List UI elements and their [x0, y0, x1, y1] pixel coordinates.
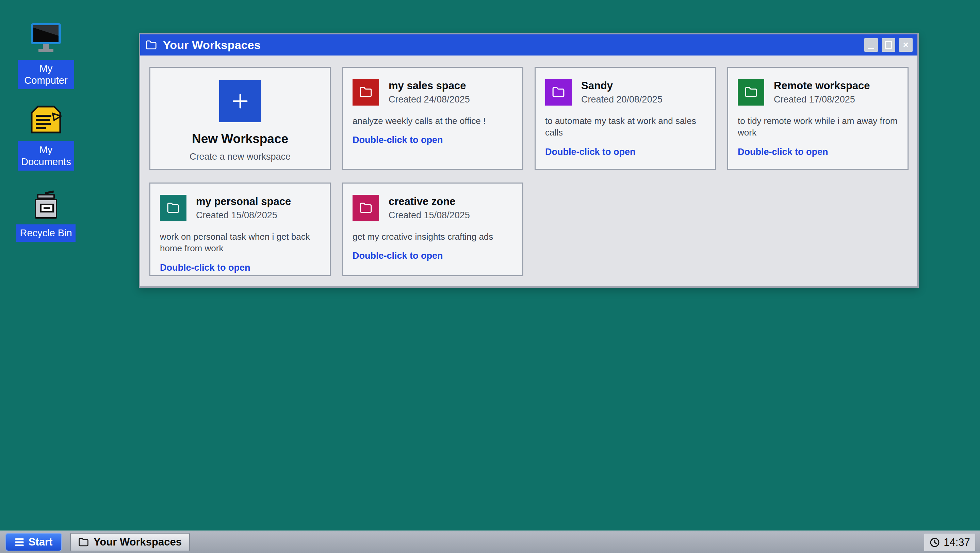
- folder-tile: [160, 195, 186, 222]
- window-titlebar[interactable]: Your Workspaces ×: [140, 34, 917, 56]
- folder-tile: [545, 79, 572, 105]
- workspace-created: Created 24/08/2025: [388, 94, 470, 105]
- monitor-icon: [31, 23, 61, 53]
- new-workspace-subtitle: Create a new workspace: [189, 151, 291, 162]
- card-header: Sandy Created 20/08/2025: [545, 79, 710, 105]
- desktop: My Computer My Documents Recycle Bin: [0, 0, 980, 553]
- workspace-card-creative-zone[interactable]: creative zone Created 15/08/2025 get my …: [342, 183, 523, 276]
- monitor-gloss: [33, 25, 59, 42]
- taskbar-task-your-workspaces[interactable]: Your Workspaces: [70, 533, 190, 551]
- desktop-icon-my-documents[interactable]: My Documents: [21, 105, 71, 171]
- workspace-created: Created 17/08/2025: [774, 94, 870, 105]
- folder-icon: [146, 40, 157, 51]
- close-button[interactable]: ×: [899, 38, 913, 52]
- card-header: Remote workspace Created 17/08/2025: [738, 79, 902, 105]
- plus-tile: [219, 80, 261, 122]
- recycle-bin-icon: [34, 191, 58, 220]
- workspace-name: creative zone: [388, 196, 470, 208]
- card-header-text: my sales space Created 24/08/2025: [388, 80, 470, 105]
- close-icon: ×: [903, 40, 908, 50]
- workspace-name: my sales space: [388, 80, 470, 92]
- start-button-label: Start: [29, 536, 53, 548]
- folder-icon: [78, 537, 89, 548]
- workspace-grid: New Workspace Create a new workspace my …: [150, 67, 908, 276]
- desktop-icon-label: My Computer: [18, 60, 74, 89]
- card-header-text: my personal space Created 15/08/2025: [196, 196, 291, 221]
- workspace-card-remote-workspace[interactable]: Remote workspace Created 17/08/2025 to t…: [727, 67, 908, 170]
- open-workspace-link[interactable]: Double-click to open: [353, 135, 517, 145]
- menu-icon: [15, 539, 24, 546]
- open-workspace-link[interactable]: Double-click to open: [738, 147, 902, 157]
- taskbar: Start Your Workspaces 14:37: [0, 531, 980, 553]
- workspace-card-my-personal-space[interactable]: my personal space Created 15/08/2025 wor…: [150, 183, 331, 276]
- start-button[interactable]: Start: [5, 533, 62, 551]
- monitor-frame: [31, 23, 61, 44]
- workspaces-window: Your Workspaces × New Workspace Create a: [139, 33, 919, 288]
- window-body: New Workspace Create a new workspace my …: [140, 56, 917, 276]
- bin-line: [43, 207, 50, 209]
- card-header-text: creative zone Created 15/08/2025: [388, 196, 470, 221]
- bin-lid: [37, 194, 55, 199]
- workspace-name: my personal space: [196, 196, 291, 208]
- bin-body: [35, 199, 57, 218]
- minimize-button[interactable]: [864, 38, 878, 52]
- folder-tile: [738, 79, 764, 105]
- minimize-icon: [868, 48, 874, 49]
- bin-handle: [45, 190, 54, 194]
- new-workspace-title: New Workspace: [192, 132, 288, 146]
- window-controls: ×: [864, 38, 913, 52]
- workspace-name: Remote workspace: [774, 80, 870, 92]
- card-header-text: Remote workspace Created 17/08/2025: [774, 80, 870, 105]
- workspace-created: Created 15/08/2025: [388, 210, 470, 221]
- desktop-icon-recycle-bin[interactable]: Recycle Bin: [21, 191, 71, 242]
- workspace-description: analyze weekly calls at the office !: [353, 115, 517, 127]
- task-button-label: Your Workspaces: [94, 536, 182, 548]
- card-header-text: Sandy Created 20/08/2025: [581, 80, 662, 105]
- open-workspace-link[interactable]: Double-click to open: [545, 147, 710, 157]
- workspace-description: to automate my task at work and sales ca…: [545, 115, 710, 139]
- folder-icon: [167, 202, 180, 215]
- desktop-icon-label: Recycle Bin: [16, 225, 75, 242]
- workspace-description: work on personal task when i get back ho…: [160, 231, 324, 254]
- clock-time: 14:37: [943, 536, 970, 548]
- bin-panel: [40, 204, 54, 212]
- monitor-base: [38, 49, 53, 52]
- card-header: creative zone Created 15/08/2025: [353, 195, 517, 222]
- open-workspace-link[interactable]: Double-click to open: [160, 263, 324, 273]
- folder-icon: [360, 86, 372, 99]
- maximize-button[interactable]: [882, 38, 895, 52]
- open-workspace-link[interactable]: Double-click to open: [353, 251, 517, 261]
- taskbar-clock[interactable]: 14:37: [924, 534, 975, 551]
- workspace-created: Created 20/08/2025: [581, 94, 662, 105]
- document-icon: [30, 105, 62, 134]
- new-workspace-card[interactable]: New Workspace Create a new workspace: [150, 67, 331, 170]
- clock-icon: [929, 537, 940, 548]
- window-title: Your Workspaces: [163, 38, 261, 52]
- monitor-neck: [43, 44, 49, 49]
- card-header: my sales space Created 24/08/2025: [353, 79, 517, 105]
- workspace-name: Sandy: [581, 80, 662, 92]
- folder-icon: [552, 86, 565, 99]
- workspace-card-my-sales-space[interactable]: my sales space Created 24/08/2025 analyz…: [342, 67, 523, 170]
- desktop-icon-my-computer[interactable]: My Computer: [21, 23, 71, 89]
- folder-icon: [745, 86, 757, 99]
- desktop-icon-label: My Documents: [18, 141, 74, 171]
- card-header: my personal space Created 15/08/2025: [160, 195, 324, 222]
- folder-icon: [360, 202, 372, 215]
- folder-tile: [353, 79, 379, 105]
- workspace-description: to tidy remote work while i am away from…: [738, 115, 902, 139]
- plus-icon: [229, 90, 251, 112]
- workspace-description: get my creative insights crafting ads: [353, 231, 517, 242]
- maximize-icon: [885, 41, 892, 49]
- monitor-screen: [33, 25, 59, 42]
- folder-tile: [353, 195, 379, 222]
- workspace-card-sandy[interactable]: Sandy Created 20/08/2025 to automate my …: [535, 67, 716, 170]
- workspace-created: Created 15/08/2025: [196, 210, 291, 221]
